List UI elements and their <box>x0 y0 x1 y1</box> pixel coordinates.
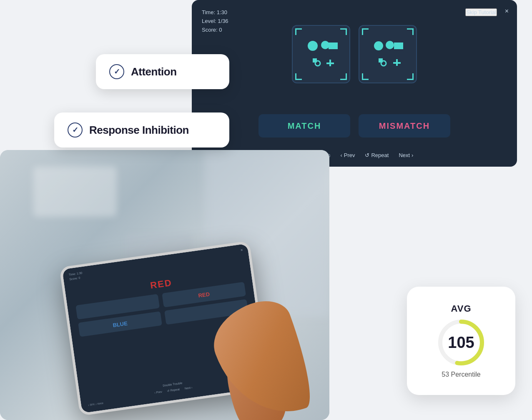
svg-rect-5 <box>326 62 334 64</box>
svg-point-7 <box>374 41 383 50</box>
game-stats: Time: 1:30 Level: 1/36 Score: 0 <box>202 8 228 34</box>
svg-rect-2 <box>329 42 338 49</box>
close-icon[interactable]: × <box>505 8 509 15</box>
tablet-repeat: ↺ Repeat <box>167 388 180 392</box>
svg-rect-12 <box>393 62 401 64</box>
score-number: 105 <box>448 334 474 352</box>
attention-label: Attention <box>131 65 177 78</box>
tablet-red-label: RED <box>198 291 210 299</box>
inhibition-label: Response Inhibition <box>89 124 189 137</box>
svg-point-0 <box>308 41 318 51</box>
score-display: Score: 0 <box>202 26 228 35</box>
tablet-blue-label: BLUE <box>112 320 128 328</box>
tablet-close-icon: × <box>240 248 243 252</box>
repeat-button[interactable]: ↺ Repeat <box>365 152 389 158</box>
pattern-card-2[interactable] <box>359 25 417 83</box>
svg-point-1 <box>321 41 329 49</box>
match-button[interactable]: MATCH <box>258 114 350 138</box>
mismatch-button[interactable]: MISMATCH <box>359 114 450 138</box>
attention-tooltip: ✓ Attention <box>96 54 229 89</box>
tablet-game-stats: Time: 1:30 Score: 0 <box>68 271 83 281</box>
pattern-svg-2 <box>367 33 409 75</box>
next-chevron-icon: › <box>412 152 413 158</box>
repeat-icon: ↺ <box>365 152 369 158</box>
inhibition-tooltip: ✓ Response Inhibition <box>54 112 229 148</box>
pattern-svg-1 <box>300 33 342 75</box>
score-card: AVG 105 53 Percentile <box>407 287 515 395</box>
prev-button[interactable]: ‹ Prev <box>340 152 355 158</box>
inhibition-check-icon: ✓ <box>68 122 83 138</box>
tablet-nav-bar: ‹ Prev ↺ Repeat Next › <box>154 386 193 395</box>
tablet-prev: ‹ Prev <box>154 390 163 395</box>
game-panel: Time: 1:30 Level: 1/36 Score: 0 Skip Tut… <box>192 0 517 167</box>
percentile-label: 53 Percentile <box>442 371 480 378</box>
svg-point-13 <box>381 61 386 66</box>
svg-point-8 <box>386 41 394 49</box>
prev-chevron-icon: ‹ <box>340 152 342 158</box>
level-display: Level: 1/36 <box>202 17 228 26</box>
tablet-sfx-label: ♪ SFX ♪ Voice <box>88 402 103 406</box>
time-display: Time: 1:30 <box>202 8 228 17</box>
pattern-card-1[interactable] <box>292 25 350 83</box>
attention-check-icon: ✓ <box>109 64 124 79</box>
photo-background: Time: 1:30 Score: 0 × RED RED BLUE <box>0 150 329 420</box>
tablet-double-trouble-label: Double Trouble <box>163 381 183 387</box>
tablet-next: Next › <box>184 386 193 390</box>
avg-label: AVG <box>451 303 471 314</box>
game-buttons: MATCH MISMATCH <box>258 114 450 138</box>
svg-point-6 <box>315 61 320 66</box>
next-button[interactable]: Next › <box>399 152 413 158</box>
pattern-cards-container <box>292 25 417 83</box>
tablet-photo: Time: 1:30 Score: 0 × RED RED BLUE <box>0 150 329 420</box>
score-ring: 105 <box>436 318 486 368</box>
svg-rect-9 <box>394 42 403 49</box>
tablet-stroop-word: RED <box>150 278 173 291</box>
skip-tutorial-button[interactable]: Skip Tutorial <box>465 8 497 16</box>
